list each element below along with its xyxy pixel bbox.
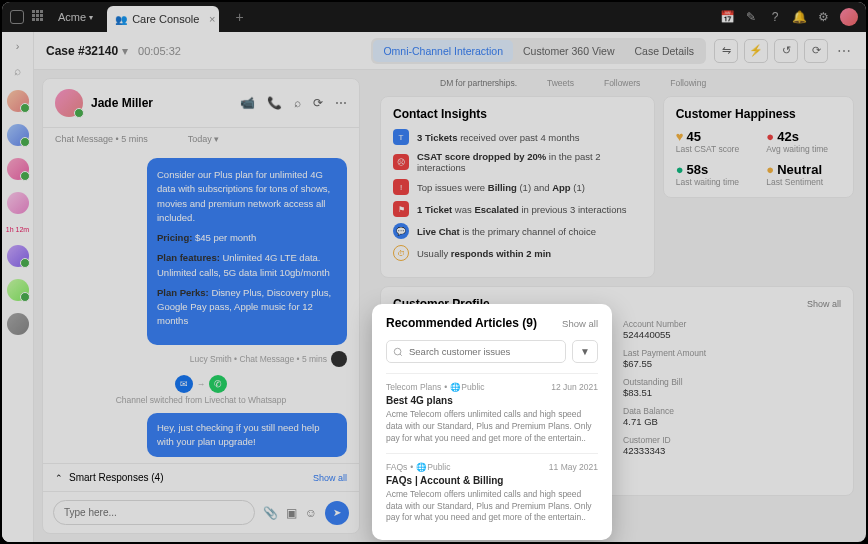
article-icon[interactable]: ▣ [286, 506, 297, 520]
notifications-icon[interactable]: 🔔 [792, 10, 806, 24]
case-timer: 00:05:32 [138, 45, 181, 57]
chat-meta-today: Today ▾ [188, 134, 220, 144]
help-icon[interactable]: ? [768, 10, 782, 24]
tab-omni[interactable]: Omni-Channel Interaction [373, 40, 513, 62]
message-input[interactable] [53, 500, 255, 525]
chat-meta-type: Chat Message • 5 mins [55, 134, 148, 144]
public-icon: 🌐 [450, 382, 461, 392]
issues-icon: ! [393, 179, 409, 195]
happiness-title: Customer Happiness [676, 107, 841, 121]
recommended-articles-modal: Recommended Articles (9) Show all ▼ Tele… [372, 304, 612, 540]
call-icon[interactable]: 📞 [267, 96, 282, 110]
tab-label: Care Console [132, 13, 199, 25]
chat-refresh-icon[interactable]: ⟳ [313, 96, 323, 110]
stat-tweets: Tweets [547, 78, 574, 88]
customer-name: Jade Miller [91, 96, 153, 110]
chat-search-icon[interactable]: ⌕ [294, 96, 301, 110]
search-icon[interactable]: ⌕ [14, 64, 21, 78]
chevron-down-icon[interactable]: ▾ [122, 44, 128, 58]
article-search-input[interactable] [386, 340, 566, 363]
insight-channel: Live Chat is the primary channel of choi… [417, 226, 596, 237]
chevron-up-icon: ⌃ [55, 473, 63, 483]
action-assign-icon[interactable]: ⇋ [714, 39, 738, 63]
modal-title: Recommended Articles (9) [386, 316, 537, 330]
response-icon: ⏱ [393, 245, 409, 261]
ticket-icon: T [393, 129, 409, 145]
workspace-switcher[interactable]: Acme ▾ [58, 11, 93, 23]
stat-followers: Followers [604, 78, 640, 88]
agent-message-2: Hey, just checking if you still need hel… [147, 413, 347, 458]
hap-lastwait-label: Last waiting time [676, 177, 751, 187]
action-transfer-icon[interactable]: ↺ [774, 39, 798, 63]
rail-contact-7[interactable] [7, 313, 29, 335]
app-launcher-icon[interactable] [10, 10, 24, 24]
rail-contact-2[interactable] [7, 124, 29, 146]
whatsapp-icon: ✆ [209, 375, 227, 393]
case-id: Case #32140 [46, 44, 118, 58]
case-header: Case #32140 ▾ 00:05:32 Omni-Channel Inte… [34, 32, 866, 70]
profile-dm-note: DM for partnerships. [440, 78, 517, 88]
neutral-icon: ● [766, 162, 774, 177]
chat-more-icon[interactable]: ⋯ [335, 96, 347, 110]
browser-tab[interactable]: 👥 Care Console × [107, 6, 219, 32]
left-rail: › ⌕ 1h 12m [2, 32, 34, 542]
emoji-icon[interactable]: ☺ [305, 506, 317, 520]
user-avatar[interactable] [840, 8, 858, 26]
escalation-icon: ⚑ [393, 201, 409, 217]
smart-responses-label: Smart Responses (4) [69, 472, 163, 483]
new-tab-button[interactable]: + [235, 9, 243, 25]
customer-avatar[interactable] [55, 89, 83, 117]
tab-people-icon: 👥 [115, 14, 127, 25]
view-tabs: Omni-Channel Interaction Customer 360 Vi… [371, 38, 706, 64]
agent-message-1: Consider our Plus plan for unlimited 4G … [147, 158, 347, 345]
smart-responses-bar[interactable]: ⌃ Smart Responses (4) Show all [43, 463, 359, 491]
apps-grid-icon[interactable] [32, 10, 46, 24]
video-icon[interactable]: 📹 [240, 96, 255, 110]
filter-icon[interactable]: ▼ [572, 340, 598, 363]
insight-csat: CSAT score dropped by 20% in the past 2 … [417, 151, 642, 173]
hap-csat-label: Last CSAT score [676, 144, 751, 154]
rail-contact-4[interactable] [7, 192, 29, 214]
agent-avatar-small [331, 351, 347, 367]
rail-contact-6[interactable] [7, 279, 29, 301]
channel-switch-text: Channel switched from Livechat to Whatsa… [116, 395, 287, 405]
rail-time-label: 1h 12m [6, 226, 29, 233]
send-button[interactable]: ➤ [325, 501, 349, 525]
clock-red-icon: ● [766, 129, 774, 144]
action-refresh-icon[interactable]: ⟳ [804, 39, 828, 63]
happiness-panel: Customer Happiness ♥45Last CSAT score ●4… [663, 96, 854, 198]
messenger-icon: ✉ [175, 375, 193, 393]
rail-contact-5[interactable] [7, 245, 29, 267]
message-meta-1: Lucy Smith • Chat Message • 5 mins [190, 354, 327, 364]
top-bar: Acme ▾ 👥 Care Console × + 📅 ✎ ? 🔔 ⚙ [2, 2, 866, 32]
heart-icon: ♥ [676, 129, 684, 144]
chat-panel: Jade Miller 📹 📞 ⌕ ⟳ ⋯ Chat Message • 5 m… [42, 78, 360, 534]
attach-icon[interactable]: 📎 [263, 506, 278, 520]
article-item-2[interactable]: FAQs•🌐 Public11 May 2021 FAQs | Account … [386, 453, 598, 533]
close-icon[interactable]: × [209, 13, 215, 25]
rail-contact-1[interactable] [7, 90, 29, 112]
insights-title: Contact Insights [393, 107, 642, 121]
insight-tickets: 3 Tickets received over past 4 months [417, 132, 579, 143]
expand-rail-icon[interactable]: › [16, 40, 20, 52]
modal-show-all[interactable]: Show all [562, 318, 598, 329]
smart-show-all[interactable]: Show all [313, 473, 347, 483]
article-item-1[interactable]: Telecom Plans•🌐 Public12 Jun 2021 Best 4… [386, 373, 598, 453]
stat-following: Following [670, 78, 706, 88]
more-actions-icon[interactable]: ⋯ [834, 39, 854, 63]
edit-icon[interactable]: ✎ [744, 10, 758, 24]
action-wand-icon[interactable]: ⚡ [744, 39, 768, 63]
hap-avgwait-label: Avg waiting time [766, 144, 841, 154]
message-composer: 📎 ▣ ☺ ➤ [43, 491, 359, 533]
csat-drop-icon: ☹ [393, 154, 409, 170]
insight-issues: Top issues were Billing (1) and App (1) [417, 182, 585, 193]
tab-details[interactable]: Case Details [624, 40, 704, 62]
tab-360[interactable]: Customer 360 View [513, 40, 624, 62]
hap-sentiment-label: Last Sentiment [766, 177, 841, 187]
livechat-icon: 💬 [393, 223, 409, 239]
settings-icon[interactable]: ⚙ [816, 10, 830, 24]
profile-show-all[interactable]: Show all [807, 299, 841, 309]
calendar-icon[interactable]: 📅 [720, 10, 734, 24]
rail-contact-3[interactable] [7, 158, 29, 180]
insight-response: Usually responds within 2 min [417, 248, 551, 259]
